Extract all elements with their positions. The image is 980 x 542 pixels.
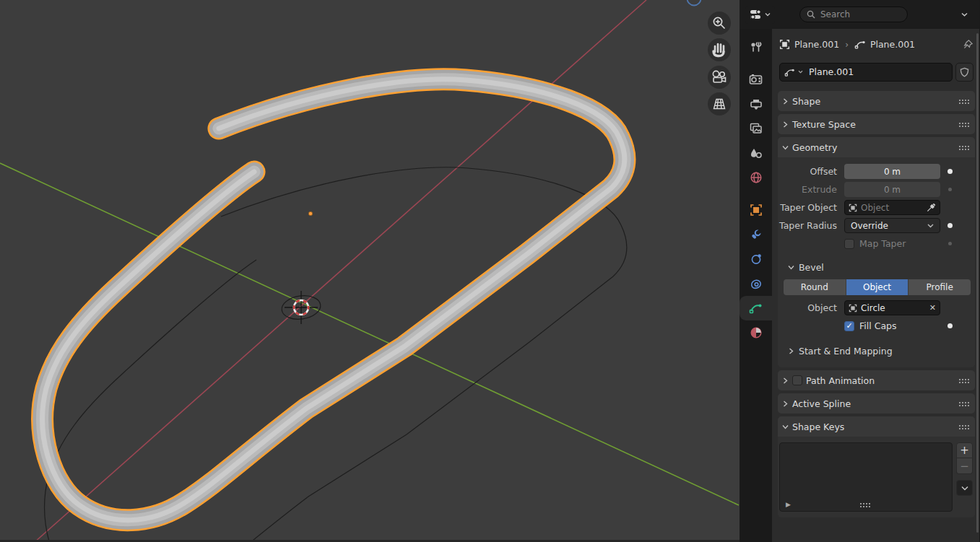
- chevron-down-icon: [765, 12, 771, 17]
- viewport-camera-button[interactable]: [708, 66, 731, 89]
- bevel-object-value: Circle: [861, 303, 885, 313]
- object-icon: [849, 204, 857, 212]
- properties-header: Search: [740, 0, 979, 29]
- bevel-mode-round[interactable]: Round: [784, 279, 846, 295]
- offset-label: Offset: [778, 166, 844, 177]
- tab-world[interactable]: [740, 165, 772, 190]
- datablock-row: Plane.001: [779, 62, 974, 82]
- shape-key-specials-menu[interactable]: [956, 480, 973, 496]
- viewport-perspective-button[interactable]: [708, 92, 731, 115]
- panel-geometry: Geometry Offset 0 m Extrude 0 m: [778, 137, 975, 367]
- chevron-down-icon: [782, 144, 789, 151]
- panel-path-animation-header[interactable]: Path Animation: [778, 370, 975, 390]
- filter-expand-icon[interactable]: ▶: [786, 501, 791, 508]
- scene-icon: [750, 147, 763, 159]
- pin-icon[interactable]: [963, 39, 974, 50]
- drag-grip-icon[interactable]: [958, 122, 969, 127]
- material-icon: [750, 326, 763, 339]
- breadcrumb-data[interactable]: Plane.001: [870, 39, 915, 50]
- header-options-dropdown[interactable]: [955, 6, 974, 22]
- extrude-label: Extrude: [778, 184, 844, 195]
- curve-data-icon: [854, 39, 866, 50]
- map-taper-checkbox[interactable]: [844, 239, 854, 249]
- clear-object-button[interactable]: ✕: [929, 303, 936, 312]
- fill-caps-keyframe-dot[interactable]: [948, 323, 953, 328]
- extrude-keyframe-dot[interactable]: [948, 188, 952, 191]
- tab-scene[interactable]: [740, 141, 772, 165]
- chevron-right-icon: [782, 121, 789, 128]
- list-resize-grip[interactable]: [859, 502, 870, 507]
- properties-editor-icon: [750, 9, 763, 20]
- tab-tool[interactable]: [740, 35, 772, 59]
- offset-keyframe-dot[interactable]: [948, 169, 953, 174]
- extrude-field[interactable]: 0 m: [844, 182, 940, 197]
- constraints-icon: [750, 277, 763, 290]
- object-icon: [779, 39, 790, 50]
- taper-radius-dropdown[interactable]: Override: [844, 218, 940, 233]
- remove-shape-key-button[interactable]: −: [956, 458, 973, 474]
- bevel-mode-object[interactable]: Object: [846, 279, 909, 295]
- curve-data-icon: [784, 67, 795, 77]
- breadcrumb-object[interactable]: Plane.001: [794, 39, 839, 50]
- editor-type-dropdown[interactable]: [745, 6, 775, 24]
- fill-caps-checkbox[interactable]: ✓: [844, 321, 854, 331]
- panel-geometry-header[interactable]: Geometry: [778, 137, 975, 157]
- drag-grip-icon[interactable]: [958, 378, 969, 383]
- object-icon: [750, 204, 763, 217]
- tab-constraints[interactable]: [740, 271, 772, 296]
- eyedropper-icon[interactable]: [927, 203, 936, 212]
- taper-radius-value: Override: [851, 221, 888, 231]
- viewport-zoom-button[interactable]: [708, 12, 731, 35]
- panel-shape-keys-header[interactable]: Shape Keys: [778, 416, 975, 437]
- tab-modifiers[interactable]: [740, 222, 772, 247]
- path-animation-checkbox[interactable]: [792, 375, 802, 385]
- tab-output[interactable]: [740, 92, 772, 116]
- datablock-name: Plane.001: [809, 66, 854, 77]
- chevron-down-icon: [782, 424, 789, 430]
- drag-grip-icon[interactable]: [958, 99, 969, 104]
- taper-radius-label: Taper Radius: [778, 220, 844, 231]
- output-icon: [750, 98, 763, 110]
- panel-texture-space: Texture Space: [778, 114, 975, 134]
- shape-keys-list[interactable]: ▶: [779, 442, 953, 512]
- drag-grip-icon[interactable]: [958, 401, 969, 406]
- drag-grip-icon[interactable]: [958, 424, 969, 429]
- fake-user-button[interactable]: [955, 63, 974, 82]
- viewport-pan-button[interactable]: [708, 38, 731, 61]
- search-placeholder: Search: [820, 9, 850, 19]
- bevel-object-field[interactable]: Circle ✕: [844, 300, 940, 315]
- map-taper-row: Map Taper: [778, 235, 975, 252]
- taper-radius-keyframe-dot[interactable]: [948, 223, 953, 228]
- add-shape-key-button[interactable]: +: [956, 442, 973, 458]
- chevron-down-icon: [798, 70, 803, 74]
- panel-active-spline-header[interactable]: Active Spline: [778, 393, 975, 414]
- search-input[interactable]: Search: [799, 6, 908, 22]
- properties-tab-column: [740, 29, 772, 542]
- tab-object-data[interactable]: [740, 296, 772, 320]
- subpanel-title: Start & End Mapping: [799, 346, 893, 357]
- subpanel-start-end-mapping-header[interactable]: Start & End Mapping: [778, 341, 975, 360]
- object-origin-dot: [308, 211, 312, 215]
- panel-title: Geometry: [792, 142, 837, 153]
- panel-path-animation: Path Animation: [778, 370, 975, 390]
- object-icon: [849, 304, 857, 312]
- tab-physics[interactable]: [740, 247, 772, 271]
- properties-editor: Search: [740, 0, 979, 542]
- chevron-down-icon: [961, 486, 968, 491]
- subpanel-bevel-header[interactable]: Bevel: [778, 258, 975, 276]
- tab-view-layer[interactable]: [740, 116, 772, 141]
- panel-texture-space-header[interactable]: Texture Space: [778, 114, 975, 134]
- tab-object[interactable]: [740, 198, 772, 222]
- map-taper-keyframe-dot[interactable]: [948, 242, 952, 245]
- taper-object-field[interactable]: Object: [844, 200, 940, 215]
- offset-field[interactable]: 0 m: [844, 164, 940, 179]
- bevel-mode-profile[interactable]: Profile: [909, 279, 971, 295]
- properties-scrollbar[interactable]: [976, 33, 979, 538]
- 3d-viewport[interactable]: [0, 0, 740, 542]
- tab-render[interactable]: [740, 67, 772, 92]
- curve-data-icon: [749, 302, 763, 315]
- datablock-name-field[interactable]: Plane.001: [779, 63, 953, 82]
- tab-material[interactable]: [740, 320, 772, 345]
- panel-shape-header[interactable]: Shape: [778, 91, 975, 111]
- drag-grip-icon[interactable]: [958, 145, 969, 150]
